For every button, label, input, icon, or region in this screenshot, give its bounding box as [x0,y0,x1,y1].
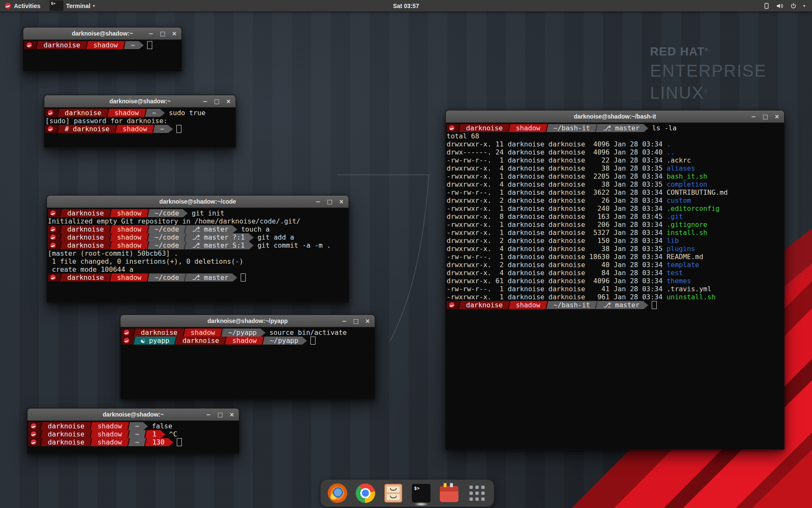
chevron-down-icon: ▾ [93,3,95,8]
command-text: sudo true [169,109,206,117]
output-text: total 68 [447,132,479,140]
prompt-segment-git: ⎇ master [599,301,644,309]
close-button[interactable]: × [774,113,779,119]
terminal-content[interactable]: darknoiseshadow~sudo true[sudo] password… [44,108,236,148]
segment-separator [132,329,137,337]
terminal-content[interactable]: darknoiseshadow~/bash-it⎇ masterls -lato… [446,123,784,450]
prompt-segment-host: shadow [113,273,146,282]
segment-separator [35,41,39,49]
minimize-button[interactable]: − [751,113,756,119]
redhat-icon [48,110,53,116]
minimize-button[interactable]: − [315,199,321,204]
redhat-icon [50,226,56,232]
prompt-segment-hat [48,209,58,217]
prompt-arrow [233,274,237,282]
maximize-button[interactable]: □ [327,199,332,204]
terminal-content[interactable]: darknoiseshadow~falsedarknoiseshadow~1^C… [27,421,239,454]
activities-button[interactable]: Activities [3,0,42,11]
close-button[interactable]: × [229,411,234,417]
window-titlebar[interactable]: darknoise@shadow:~−□× [23,28,181,40]
prompt-segment-host: shadow [93,438,126,446]
terminal-window-sudo[interactable]: darknoise@shadow:~−□×darknoiseshadow~sud… [44,95,236,148]
app-menu[interactable]: $> Terminal ▾ [46,0,98,11]
ls-meta: drwxrwxr-x. 11 darknoise darknoise 4096 … [447,140,667,148]
maximize-button[interactable]: □ [214,98,219,104]
terminal-content[interactable]: darknoiseshadow~/codegit initInitialized… [47,208,348,303]
terminal-content[interactable]: darknoiseshadow~ [23,40,181,72]
minimize-button[interactable]: − [342,318,347,324]
window-titlebar[interactable]: darknoise@shadow:~−□× [44,95,236,108]
prompt-segment-host: shadow [110,109,143,117]
segment-separator [146,233,151,241]
command-text: ls -la [652,124,677,132]
prompt-segment-user: darknoise [60,109,106,117]
terminal-window-pyapp[interactable]: darknoise@shadow:~/pyapp−□×darknoiseshad… [120,315,375,399]
app-grid-icon[interactable] [467,483,487,503]
maximize-button[interactable]: □ [763,113,768,119]
chrome-icon[interactable] [356,483,375,503]
minimize-button[interactable]: − [148,30,154,36]
software-toolbox-icon[interactable] [439,483,459,503]
window-title: darknoise@shadow:~/pyapp [208,318,288,324]
maximize-button[interactable]: □ [217,411,223,417]
prompt-segment-host: shadow [93,430,126,438]
window-title: darknoise@shadow:~/bash-it [574,113,656,120]
prompt-segment-path: ~/code [151,209,184,217]
prompt-segment-host: shadow [187,329,219,337]
prompt-arrow [161,431,165,438]
close-button[interactable]: × [226,98,231,104]
prompt-segment-path: ~ [148,109,161,117]
window-titlebar[interactable]: darknoise@shadow:~/pyapp−□× [121,315,375,327]
segment-separator [89,422,93,430]
prompt-arrow [302,337,307,345]
segment-separator [58,209,63,217]
system-status-area[interactable]: ▾ [763,0,812,11]
prompt-segment-user: # darknoise [60,125,114,133]
ls-filename: custom [667,196,691,204]
prompt-segment-host: shadow [93,422,126,430]
maximize-button[interactable]: □ [160,30,165,36]
redhat-icon [31,431,36,437]
window-titlebar[interactable]: darknoise@shadow:~/code−□× [47,196,348,208]
minimize-button[interactable]: − [203,98,208,104]
redhat-icon [124,338,129,343]
window-titlebar[interactable]: darknoise@shadow:~/bash-it−□× [446,110,784,123]
prompt-segment-hat [48,233,58,241]
close-button[interactable]: × [172,30,177,36]
app-menu-label: Terminal [66,3,90,9]
redhat-icon [48,126,53,132]
prompt-segment-path: ~/pyapp [224,329,261,337]
redhat-icon [27,42,32,48]
files-icon[interactable] [384,483,403,503]
terminal-window-code[interactable]: darknoise@shadow:~/code−□×darknoiseshado… [47,195,349,303]
segment-separator [183,241,188,249]
prompt-arrow [169,439,173,446]
maximize-button[interactable]: □ [353,318,359,324]
terminal-window-home-a[interactable]: darknoise@shadow:~−□×darknoiseshadow~ [23,27,182,72]
redhat-icon [449,125,455,131]
ls-filename: CONTRIBUTING.md [667,188,728,196]
prompt-segment-user: darknoise [178,337,223,345]
terminal-window-home-b[interactable]: darknoise@shadow:~−□×darknoiseshadow~fal… [27,408,239,454]
terminal-window-bash-it[interactable]: darknoise@shadow:~/bash-it−□×darknoisesh… [445,110,785,450]
window-titlebar[interactable]: darknoise@shadow:~−□× [27,409,239,421]
prompt-segment-hat [447,301,457,309]
minimize-button[interactable]: − [206,411,211,417]
redhat-icon [50,235,56,240]
segment-separator [507,301,512,309]
prompt-segment-git: ⎇ master S:1 [188,241,249,249]
firefox-icon[interactable] [328,483,347,503]
close-button[interactable]: × [365,318,370,324]
terminal-row: drwxrwxr-x. 2 darknoise darknoise 40 Jan… [447,261,784,269]
desktop: RED HAT® ENTERPRISE LINUX® Activities $>… [0,0,812,508]
redhat-icon [50,210,56,216]
ls-filename: .editorconfig [667,204,719,213]
redhat-icon [5,3,11,9]
prompt-segment-user: darknoise [462,124,507,132]
redhat-icon [50,243,56,248]
clock[interactable]: Sat 03:57 [0,3,812,9]
segment-separator [39,430,44,438]
close-button[interactable]: × [339,199,344,204]
terminal-icon[interactable]: $> [411,483,431,503]
terminal-content[interactable]: darknoiseshadow~/pyappsource bin/activat… [121,327,375,399]
